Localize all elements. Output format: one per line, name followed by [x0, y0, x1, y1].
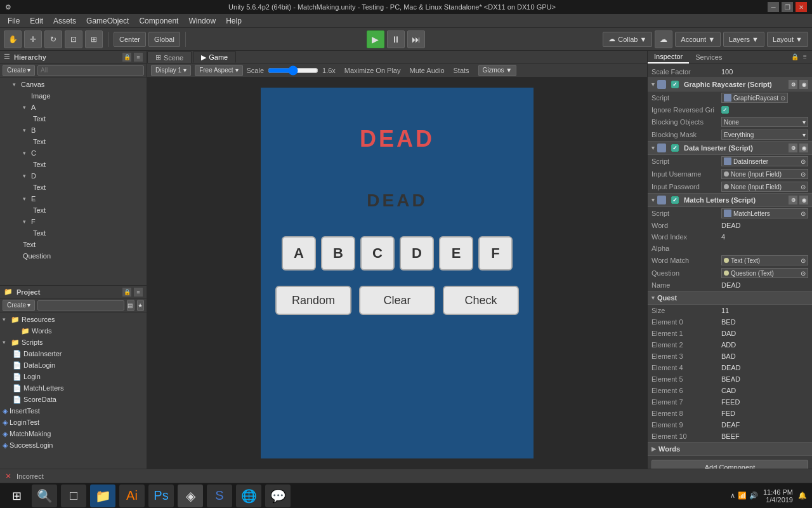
start-button[interactable]: ⊞ — [5, 485, 28, 507]
step-button[interactable]: ⏭ — [407, 30, 425, 48]
rotate-tool-btn[interactable]: ↻ — [44, 30, 62, 48]
di-username-ref[interactable]: None (Input Field) ⊙ — [721, 169, 808, 179]
tree-item-a-text[interactable]: Text — [0, 113, 147, 124]
menu-gameobject[interactable]: GameObject — [81, 15, 134, 27]
taskbar-photoshop[interactable]: Ps — [148, 485, 174, 507]
pause-button[interactable]: ⏸ — [387, 30, 405, 48]
minimize-button[interactable]: ─ — [768, 2, 779, 12]
ml-enabled-checkbox[interactable]: ✓ — [671, 196, 679, 204]
letter-btn-d[interactable]: D — [400, 236, 434, 271]
tree-item-b-text[interactable]: Text — [0, 136, 147, 147]
gr-blocking-mask-dropdown[interactable]: Everything ▾ — [721, 130, 808, 140]
data-inserter-header[interactable]: ▾ ✓ Data Inserter (Script) ⚙ ◉ — [648, 141, 812, 155]
hierarchy-create-btn[interactable]: Create ▾ — [3, 65, 35, 76]
project-tree-matchletters[interactable]: 📄 MatchLetters — [0, 382, 147, 394]
project-tree-successlogin[interactable]: ◈ SuccessLogin — [0, 439, 147, 451]
tree-item-e[interactable]: ▾ E — [0, 193, 147, 204]
project-tree-login[interactable]: 📄 Login — [0, 371, 147, 382]
tab-inspector[interactable]: Inspector — [648, 51, 689, 64]
tree-item-image[interactable]: Image — [0, 90, 147, 102]
ml-word-match-ref[interactable]: Text (Text) ⊙ — [721, 255, 808, 265]
scale-tool-btn[interactable]: ⊡ — [65, 30, 82, 48]
hierarchy-search[interactable] — [37, 65, 144, 76]
check-button[interactable]: Check — [443, 286, 519, 315]
hierarchy-menu-btn[interactable]: ≡ — [134, 53, 143, 62]
scale-slider[interactable] — [268, 65, 318, 76]
di-password-ref[interactable]: None (Input Field) ⊙ — [721, 182, 808, 192]
gr-enabled-checkbox[interactable]: ✓ — [671, 81, 679, 88]
letter-btn-e[interactable]: E — [439, 236, 473, 271]
project-search[interactable] — [37, 300, 124, 311]
di-enabled-checkbox[interactable]: ✓ — [671, 144, 679, 152]
hand-tool-btn[interactable]: ✋ — [4, 30, 22, 48]
graphic-raycaster-header[interactable]: ▾ ✓ Graphic Raycaster (Script) ⚙ ◉ — [648, 77, 812, 91]
project-tree-scripts[interactable]: ▾ 📁 Scripts — [0, 337, 147, 348]
project-menu-btn[interactable]: ≡ — [134, 288, 143, 297]
notification-icon[interactable]: 🔔 — [798, 491, 807, 500]
tray-up-arrow[interactable]: ∧ — [730, 491, 735, 500]
tree-item-d[interactable]: ▾ D — [0, 170, 147, 182]
project-create-btn[interactable]: Create ▾ — [3, 300, 35, 311]
restore-button[interactable]: ❐ — [782, 2, 793, 12]
account-btn[interactable]: Account ▼ — [675, 32, 721, 47]
play-button[interactable]: ▶ — [367, 30, 384, 48]
menu-edit[interactable]: Edit — [25, 15, 48, 27]
tree-item-e-text[interactable]: Text — [0, 204, 147, 216]
match-letters-header[interactable]: ▾ ✓ Match Letters (Script) ⚙ ◉ — [648, 193, 812, 207]
layout-btn[interactable]: Layout ▼ — [767, 32, 808, 47]
tab-services[interactable]: Services — [689, 51, 728, 64]
taskbar-illustrator[interactable]: Ai — [119, 485, 145, 507]
gr-blocking-objects-dropdown[interactable]: None ▾ — [721, 117, 808, 127]
tree-item-d-text[interactable]: Text — [0, 182, 147, 193]
tree-item-text[interactable]: Text — [0, 239, 147, 250]
gr-settings-icon[interactable]: ⚙ — [789, 80, 797, 89]
random-button[interactable]: Random — [275, 286, 351, 315]
move-tool-btn[interactable]: ✛ — [24, 30, 42, 48]
letter-btn-b[interactable]: B — [321, 236, 355, 271]
letter-btn-f[interactable]: F — [478, 236, 513, 271]
rect-tool-btn[interactable]: ⊞ — [85, 30, 103, 48]
ml-settings-icon[interactable]: ⚙ — [789, 196, 797, 204]
gr-ignore-checkbox[interactable]: ✓ — [721, 106, 729, 114]
tab-scene[interactable]: ⊞ Scene — [147, 51, 192, 63]
tree-item-c-text[interactable]: Text — [0, 159, 147, 170]
letter-btn-c[interactable]: C — [360, 236, 395, 271]
taskbar-task-view[interactable]: □ — [61, 485, 86, 507]
inspector-menu-btn[interactable]: ≡ — [801, 53, 809, 62]
project-tree-words[interactable]: ▾ 📁 Words — [0, 325, 147, 337]
close-button[interactable]: ✕ — [796, 2, 807, 12]
tree-item-question[interactable]: Question — [0, 250, 147, 262]
words-header[interactable]: ▶ Words — [648, 442, 812, 456]
taskbar-unity[interactable]: ◈ — [178, 485, 203, 507]
taskbar-editor[interactable]: S — [207, 485, 232, 507]
global-toggle[interactable]: Global — [148, 32, 180, 47]
hierarchy-lock-btn[interactable]: 🔒 — [122, 53, 131, 62]
gr-script-ref[interactable]: GraphicRaycast ⊙ — [721, 93, 788, 103]
project-tree-scoredata[interactable]: 📄 ScoreData — [0, 394, 147, 405]
di-script-ref[interactable]: DataInserter ⊙ — [721, 156, 808, 166]
layers-btn[interactable]: Layers ▼ — [723, 32, 764, 47]
add-component-button[interactable]: Add Component — [652, 460, 808, 469]
di-settings-icon[interactable]: ⚙ — [789, 144, 797, 152]
display-dropdown[interactable]: Display 1 ▾ — [151, 65, 191, 76]
project-lock-btn[interactable]: 🔒 — [122, 288, 131, 297]
project-options-btn[interactable]: ★ — [137, 300, 144, 311]
center-toggle[interactable]: Center — [114, 32, 146, 47]
cloud-btn[interactable]: ☁ — [655, 30, 672, 48]
tree-item-b[interactable]: ▾ B — [0, 124, 147, 136]
project-tree-datalogin[interactable]: 📄 DataLogin — [0, 359, 147, 371]
taskbar-search[interactable]: 🔍 — [32, 485, 57, 507]
gr-ref-icon[interactable]: ◉ — [799, 80, 808, 89]
letter-btn-a[interactable]: A — [282, 236, 316, 271]
taskbar-explorer[interactable]: 📁 — [90, 485, 115, 507]
menu-component[interactable]: Component — [134, 15, 183, 27]
taskbar-chrome[interactable]: 🌐 — [236, 485, 261, 507]
ml-script-ref[interactable]: MatchLetters ⊙ — [721, 208, 808, 218]
inspector-lock-btn[interactable]: 🔒 — [790, 53, 799, 62]
clear-button[interactable]: Clear — [359, 286, 435, 315]
tab-game[interactable]: ▶ Game — [193, 51, 236, 63]
menu-window[interactable]: Window — [183, 15, 221, 27]
project-tree-datainserter[interactable]: 📄 DataInserter — [0, 348, 147, 359]
tree-item-canvas[interactable]: ▾ Canvas — [0, 79, 147, 90]
menu-file[interactable]: File — [3, 15, 25, 27]
